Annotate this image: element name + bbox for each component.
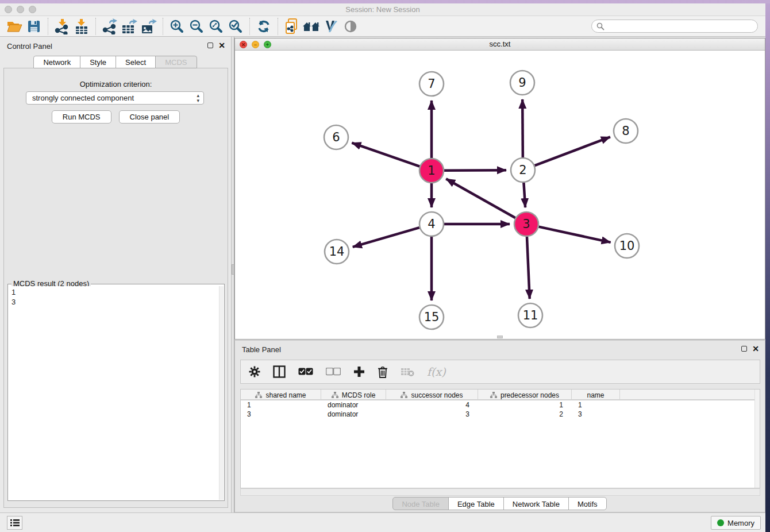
tab-network[interactable]: Network bbox=[33, 56, 80, 68]
optimization-dropdown[interactable]: strongly connected component ▴▾ bbox=[26, 91, 204, 105]
table-cell[interactable]: 1 bbox=[241, 400, 321, 410]
edge-3-10[interactable] bbox=[538, 227, 610, 242]
home-button[interactable] bbox=[302, 18, 321, 35]
visual-style-button[interactable] bbox=[321, 18, 341, 35]
node-15[interactable]: 15 bbox=[419, 305, 444, 329]
import-network-button[interactable] bbox=[52, 18, 72, 35]
node-1[interactable]: 1 bbox=[419, 159, 444, 183]
import-table-button[interactable] bbox=[72, 18, 91, 35]
dropdown-value: strongly connected component bbox=[32, 94, 134, 102]
network-graph[interactable]: 7968124314101511 bbox=[235, 51, 765, 339]
tab-style[interactable]: Style bbox=[80, 56, 116, 68]
float-panel-icon[interactable] bbox=[207, 43, 213, 48]
open-session-button[interactable] bbox=[5, 18, 24, 35]
close-panel-icon[interactable]: ✕ bbox=[218, 42, 225, 49]
column-label: predecessor nodes bbox=[500, 391, 559, 399]
close-table-panel-icon[interactable]: ✕ bbox=[752, 345, 759, 352]
task-history-button[interactable] bbox=[7, 516, 22, 530]
node-9[interactable]: 9 bbox=[510, 71, 534, 95]
node-8[interactable]: 8 bbox=[614, 119, 638, 143]
tab-network-table[interactable]: Network Table bbox=[503, 497, 569, 510]
edge-1-2[interactable] bbox=[444, 170, 506, 171]
column-header-predecessor-nodes[interactable]: predecessor nodes bbox=[478, 390, 572, 400]
export-image-button[interactable] bbox=[139, 18, 159, 35]
table-row[interactable]: 1dominator411 bbox=[241, 400, 760, 410]
table-row[interactable]: 3dominator323 bbox=[241, 410, 760, 419]
zoom-fit-button[interactable] bbox=[206, 18, 226, 35]
column-header-name[interactable]: name bbox=[572, 390, 620, 400]
memory-button[interactable]: Memory bbox=[711, 516, 761, 530]
node-table: shared nameMCDS rolesuccessor nodesprede… bbox=[240, 389, 760, 488]
select-all-columns-button[interactable] bbox=[298, 368, 313, 376]
table-scrollbar[interactable] bbox=[754, 390, 760, 488]
edge-1-6[interactable] bbox=[352, 143, 419, 167]
column-header-successor-nodes[interactable]: successor nodes bbox=[386, 390, 478, 400]
table-cell[interactable]: dominator bbox=[321, 410, 386, 419]
node-3[interactable]: 3 bbox=[514, 212, 538, 236]
tab-edge-table[interactable]: Edge Table bbox=[448, 497, 504, 510]
node-2[interactable]: 2 bbox=[511, 158, 535, 182]
table-cell[interactable]: 1 bbox=[478, 400, 572, 410]
tab-mcds[interactable]: MCDS bbox=[155, 56, 197, 68]
edge-2-9[interactable] bbox=[522, 99, 523, 157]
list-icon bbox=[10, 519, 20, 527]
zoom-out-button[interactable] bbox=[187, 18, 206, 35]
table-cell[interactable]: 1 bbox=[572, 400, 620, 410]
node-4[interactable]: 4 bbox=[419, 212, 444, 236]
result-scrollbar[interactable] bbox=[219, 286, 224, 500]
table-cell[interactable]: 4 bbox=[386, 400, 478, 410]
network-title: scc.txt bbox=[235, 40, 765, 48]
float-table-panel-icon[interactable] bbox=[741, 346, 747, 352]
edge-4-14[interactable] bbox=[353, 228, 419, 247]
table-body: 1dominator4113dominator323 bbox=[241, 400, 760, 419]
export-table-button[interactable] bbox=[120, 18, 139, 35]
run-mcds-button[interactable]: Run MCDS bbox=[52, 110, 111, 124]
new-network-from-selection-button[interactable] bbox=[282, 18, 302, 35]
toolbar-separator bbox=[95, 18, 96, 35]
zoom-in-icon bbox=[170, 19, 184, 34]
create-column-button[interactable] bbox=[353, 366, 365, 377]
node-14[interactable]: 14 bbox=[325, 240, 349, 264]
network-canvas[interactable]: 7968124314101511 bbox=[235, 51, 765, 339]
tab-select[interactable]: Select bbox=[116, 56, 156, 68]
edge-2-3[interactable] bbox=[523, 183, 525, 207]
edge-3-1[interactable] bbox=[446, 179, 515, 218]
save-session-button[interactable] bbox=[24, 18, 44, 35]
result-line: 3 bbox=[11, 297, 215, 307]
table-cell[interactable]: 3 bbox=[386, 410, 478, 419]
zoom-selected-button[interactable] bbox=[226, 18, 245, 35]
show-graphics-details-button[interactable] bbox=[341, 18, 360, 35]
edge-3-11[interactable] bbox=[527, 237, 530, 299]
tab-node-table[interactable]: Node Table bbox=[392, 497, 449, 510]
table-cell[interactable]: 3 bbox=[572, 410, 620, 419]
table-cell[interactable]: 3 bbox=[241, 410, 321, 419]
edge-2-8[interactable] bbox=[535, 137, 610, 165]
close-panel-button[interactable]: Close panel bbox=[119, 110, 180, 124]
control-panel-tabs: NetworkStyleSelectMCDS bbox=[0, 56, 231, 68]
network-resize-grip[interactable] bbox=[497, 336, 503, 338]
node-6[interactable]: 6 bbox=[324, 125, 348, 149]
app-window: Session: New Session bbox=[0, 0, 765, 532]
tab-motifs[interactable]: Motifs bbox=[568, 497, 607, 510]
node-11[interactable]: 11 bbox=[518, 303, 542, 327]
table-settings-button[interactable] bbox=[249, 366, 260, 377]
delete-column-button[interactable] bbox=[378, 366, 388, 378]
column-header-shared-name[interactable]: shared name bbox=[241, 390, 321, 400]
node-7[interactable]: 7 bbox=[419, 72, 444, 96]
open-folder-icon bbox=[6, 20, 22, 33]
show-columns-button[interactable] bbox=[273, 365, 286, 378]
table-hscroll-strip[interactable] bbox=[240, 488, 760, 496]
column-header-mcds-role[interactable]: MCDS role bbox=[321, 390, 386, 400]
table-cell[interactable]: 2 bbox=[478, 410, 572, 419]
refresh-button[interactable] bbox=[254, 18, 274, 35]
column-type-icon bbox=[401, 392, 407, 398]
unselect-all-columns-button[interactable] bbox=[326, 368, 341, 376]
node-10[interactable]: 10 bbox=[615, 234, 639, 258]
table-cell[interactable]: dominator bbox=[321, 400, 386, 410]
mcds-result-list[interactable]: 13 bbox=[9, 286, 218, 500]
search-input[interactable] bbox=[605, 21, 757, 32]
zoom-in-button[interactable] bbox=[167, 18, 187, 35]
unchecked-boxes-icon bbox=[326, 368, 341, 376]
export-network-button[interactable] bbox=[100, 18, 120, 35]
plus-icon bbox=[353, 366, 365, 377]
